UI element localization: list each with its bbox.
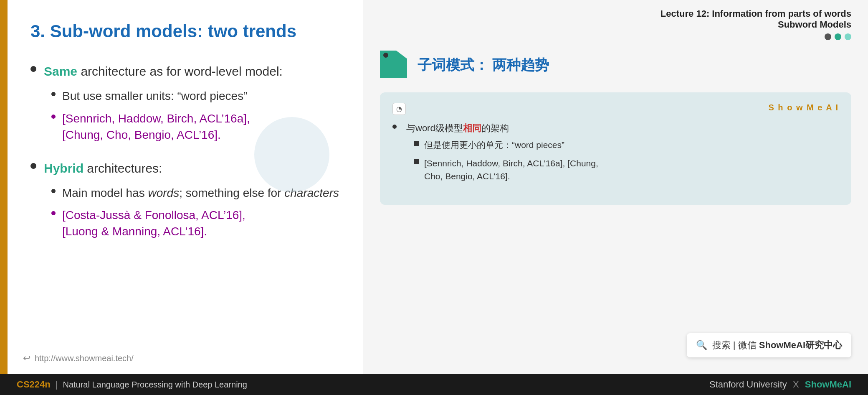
card-sub-square-2 — [414, 159, 419, 164]
bullet1-suffix: architecture as for word-level model: — [77, 64, 283, 78]
lecture-dots — [380, 33, 851, 40]
bottom-bar: CS224n | Natural Language Processing wit… — [0, 374, 868, 395]
course-name: Natural Language Processing with Deep Le… — [63, 380, 247, 390]
sub-bullet-dot-2-1 — [51, 189, 56, 193]
sub-bullet-text-1-2: [Sennrich, Haddow, Birch, ACL’16a], [Chu… — [62, 110, 250, 143]
lecture-subtitle: Subword Models — [380, 19, 851, 30]
sub-bullet-text-1-1: But use smaller units: “word pieces” — [62, 88, 248, 104]
card-sub-text-1: 但是使用更小的单元：“word pieces” — [424, 138, 564, 152]
decorative-circle — [254, 117, 329, 192]
search-text: 搜索 | 微信 ShowMeAI研究中心 — [712, 339, 842, 352]
sub-bullet-text-2-2: [Costa-Jussà & Fonollosa, ACL’16], [Luon… — [62, 207, 245, 240]
lecture-title: Lecture 12: Information from parts of wo… — [380, 8, 851, 19]
x-symbol: X — [793, 379, 799, 390]
highlight-same: Same — [44, 64, 77, 78]
sub-bullet-dot-1-1 — [51, 92, 56, 96]
slide-panel: 3. Sub-word models: two trends Same arch… — [0, 0, 363, 374]
slide-left-border — [0, 0, 8, 374]
card-sub-bullet-1: 但是使用更小的单元：“word pieces” — [414, 138, 598, 152]
sub-bullet-2-1-mid: ; something else for — [179, 186, 284, 199]
card-highlight-red: 相同 — [463, 123, 481, 133]
sub-bullet-2-1-prefix: Main model has — [62, 186, 148, 199]
bottom-right: Stanford University X ShowMeAI — [709, 379, 851, 390]
annotation-panel: Lecture 12: Information from parts of wo… — [363, 0, 868, 374]
ai-icon: ◔ — [392, 103, 406, 115]
card-bullets: 与word级模型相同的架构 但是使用更小的单元：“word pieces” [S… — [392, 121, 839, 188]
section-icon-dot — [383, 53, 388, 58]
sub-bullet-dot-2-2 — [51, 211, 56, 215]
sub-bullet-dot-1-2 — [51, 115, 56, 119]
showmeai-brand: S h o w M e A I — [768, 103, 839, 112]
bullet-dot-1 — [30, 66, 36, 72]
sub-bullet-2-1-italic1: words — [148, 186, 179, 199]
sub-bullet-2-2: [Costa-Jussà & Fonollosa, ACL’16], [Luon… — [51, 207, 340, 240]
bottom-divider: | — [56, 379, 58, 390]
showmeai-label: ShowMeAI — [805, 379, 851, 390]
card-bullet-dot-outer — [392, 125, 397, 129]
bottom-left: CS224n | Natural Language Processing wit… — [17, 379, 247, 390]
dot-teal-light — [845, 33, 851, 40]
main-bullet-text-2: Hybrid architectures: — [44, 160, 162, 177]
card-bullet-main-text: 与word级模型相同的架构 但是使用更小的单元：“word pieces” [S… — [402, 121, 598, 188]
main-bullet-text-1: Same architecture as for word-level mode… — [44, 63, 283, 80]
dot-gray — [825, 33, 831, 40]
search-icon: 🔍 — [696, 340, 707, 351]
card-sub-bullets: 但是使用更小的单元：“word pieces” [Sennrich, Haddo… — [414, 138, 598, 183]
university-name: Stanford University — [709, 379, 787, 390]
card-bullet-main-suffix: 的架构 — [481, 123, 509, 133]
bullet2-suffix: architectures: — [84, 161, 162, 175]
cursor-icon: ↩ — [23, 353, 30, 364]
course-code: CS224n — [17, 379, 51, 390]
annotation-card: ◔ S h o w M e A I 与word级模型相同的架构 但是使用更小的单… — [380, 92, 851, 205]
sub-bullets-2: Main model has words; something else for… — [51, 185, 340, 240]
bullet-dot-2 — [30, 163, 36, 169]
section-heading-row: 子词模式： 两种趋势 — [380, 51, 851, 80]
main-bullet-1: Same architecture as for word-level mode… — [30, 63, 340, 80]
card-sub-bullet-2: [Sennrich, Haddow, Birch, ACL’16a], [Chu… — [414, 157, 598, 183]
search-box[interactable]: 🔍 搜索 | 微信 ShowMeAI研究中心 — [687, 333, 851, 357]
slide-footer: ↩ http://www.showmeai.tech/ — [23, 353, 134, 364]
lecture-header: Lecture 12: Information from parts of wo… — [380, 8, 851, 40]
sub-bullet-1-1: But use smaller units: “word pieces” — [51, 88, 340, 104]
section-icon — [380, 51, 409, 80]
card-bullet-main: 与word级模型相同的架构 但是使用更小的单元：“word pieces” [S… — [392, 121, 839, 188]
dot-teal-dark — [835, 33, 841, 40]
slide-title: 3. Sub-word models: two trends — [30, 21, 340, 42]
section-heading-text: 子词模式： 两种趋势 — [418, 56, 549, 75]
footer-url: http://www.showmeai.tech/ — [35, 354, 134, 363]
card-sub-text-2: [Sennrich, Haddow, Birch, ACL’16a], [Chu… — [424, 157, 598, 183]
card-top-row: ◔ S h o w M e A I — [392, 103, 839, 115]
card-sub-square-1 — [414, 141, 419, 146]
highlight-hybrid: Hybrid — [44, 161, 84, 175]
card-bullet-main-prefix: 与word级模型 — [402, 123, 463, 133]
